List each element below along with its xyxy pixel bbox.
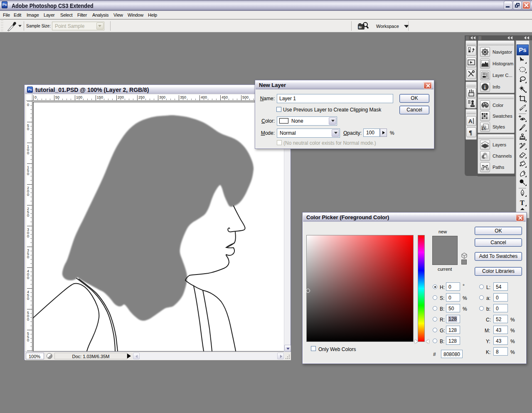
- svg-text:A: A: [468, 118, 473, 124]
- svg-text:Br: Br: [359, 26, 362, 29]
- svg-text:fx: fx: [482, 126, 485, 130]
- svg-text:T: T: [520, 199, 525, 206]
- svg-text:¶: ¶: [469, 129, 472, 136]
